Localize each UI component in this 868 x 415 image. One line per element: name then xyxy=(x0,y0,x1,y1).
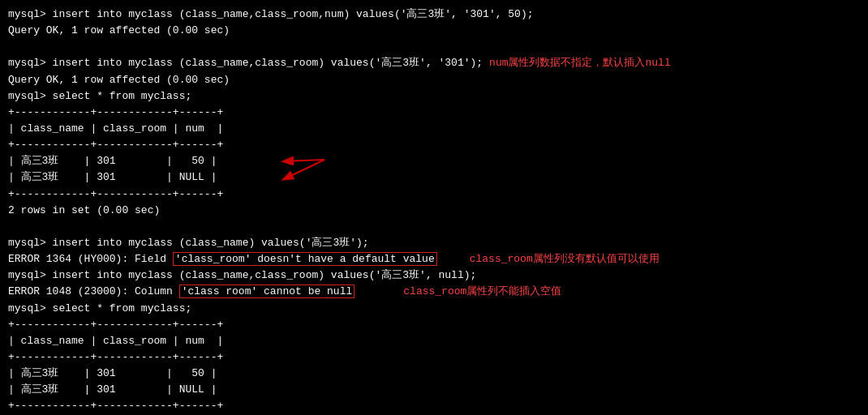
line-16: ERROR 1364 (HY000): Field 'class_room' d… xyxy=(8,251,860,267)
svg-line-0 xyxy=(284,160,324,161)
table-row-4: | 高三3班 | 301 | NULL | xyxy=(8,382,860,398)
error-highlight-2: 'class room' cannot be null xyxy=(179,285,355,298)
annotation-cannot-null: class_room属性列不能插入空值 xyxy=(403,284,561,300)
table-header-2: | class_name | class_room | num | xyxy=(8,333,860,349)
line-19: mysql> select * from myclass; xyxy=(8,301,860,317)
table-row-3: | 高三3班 | 301 | 50 | xyxy=(8,366,860,382)
table-border-4: +------------+------------+------+ xyxy=(8,317,860,333)
annotation-no-default: class_room属性列没有默认值可以使用 xyxy=(470,251,660,267)
terminal: mysql> insert into myclass (class_name,c… xyxy=(0,0,868,415)
table-data-section-1: | 高三3班 | 301 | 50 | | 高三3班 | 301 | NULL … xyxy=(8,153,860,186)
line-6: mysql> select * from myclass; xyxy=(8,88,860,105)
line-1: mysql> insert into myclass (class_name,c… xyxy=(8,6,860,23)
error-highlight-1: 'class_room' doesn't have a default valu… xyxy=(173,252,437,266)
table-border-6: +------------+------------+------+ xyxy=(8,398,860,414)
line-5: Query OK, 1 row affected (0.00 sec) xyxy=(8,72,860,88)
svg-line-1 xyxy=(284,160,324,179)
table-header: | class_name | class_room | num | xyxy=(8,121,860,137)
line-2: Query OK, 1 row affected (0.00 sec) xyxy=(8,23,860,39)
line-18: ERROR 1048 (23000): Column 'class room' … xyxy=(8,284,860,300)
table-border-5: +------------+------------+------+ xyxy=(8,349,860,366)
table-border-1: +------------+------------+------+ xyxy=(8,105,860,121)
result-count-1: 2 rows in set (0.00 sec) xyxy=(8,203,860,219)
line-blank-2 xyxy=(8,219,860,235)
line-17: mysql> insert into myclass (class_name,c… xyxy=(8,267,860,284)
arrow-overlay-1 xyxy=(276,153,438,189)
line-blank-1 xyxy=(8,39,860,55)
line-15: mysql> insert into myclass (class_name) … xyxy=(8,235,860,251)
line-4: mysql> insert into myclass (class_name,c… xyxy=(8,55,860,71)
annotation-null-default: num属性列数据不指定，默认插入null xyxy=(489,55,671,71)
table-border-2: +------------+------------+------+ xyxy=(8,137,860,153)
